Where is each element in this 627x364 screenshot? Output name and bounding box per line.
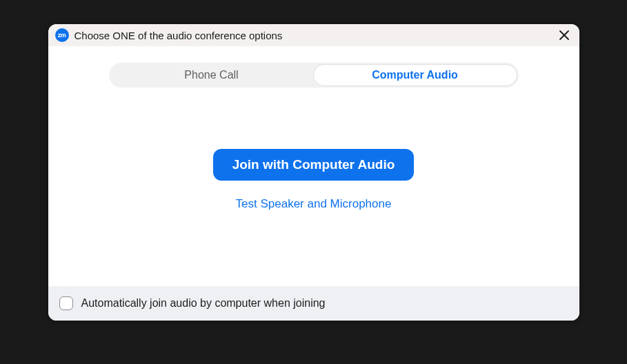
main-content: Join with Computer Audio Test Speaker an… <box>48 88 579 286</box>
test-speaker-microphone-link[interactable]: Test Speaker and Microphone <box>236 197 392 211</box>
zoom-icon-text: zm <box>58 32 66 39</box>
close-icon <box>559 30 570 41</box>
titlebar: zm Choose ONE of the audio conference op… <box>48 24 579 46</box>
tab-computer-audio[interactable]: Computer Audio <box>313 64 517 86</box>
auto-join-audio-label[interactable]: Automatically join audio by computer whe… <box>81 297 326 310</box>
footer: Automatically join audio by computer whe… <box>48 286 579 321</box>
auto-join-audio-checkbox[interactable] <box>59 296 73 310</box>
audio-conference-dialog: zm Choose ONE of the audio conference op… <box>48 24 579 321</box>
dialog-title: Choose ONE of the audio conference optio… <box>74 30 556 41</box>
audio-option-segmented-control: Phone Call Computer Audio <box>109 63 519 88</box>
zoom-app-icon: zm <box>55 28 69 42</box>
close-button[interactable] <box>556 27 573 43</box>
join-with-computer-audio-button[interactable]: Join with Computer Audio <box>213 149 415 181</box>
tab-container: Phone Call Computer Audio <box>48 46 579 88</box>
tab-phone-call[interactable]: Phone Call <box>110 64 313 86</box>
